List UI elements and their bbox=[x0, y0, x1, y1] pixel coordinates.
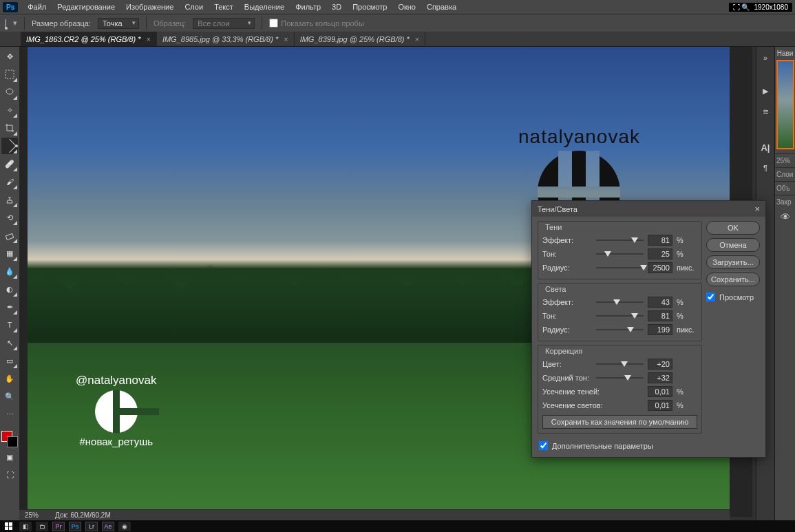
highlights-radius-slider[interactable] bbox=[596, 326, 644, 334]
load-button[interactable]: Загрузить... bbox=[706, 255, 760, 269]
start-button[interactable] bbox=[3, 522, 15, 531]
shadows-radius-slider[interactable] bbox=[596, 264, 644, 272]
navigator-zoom[interactable]: 25% bbox=[775, 153, 795, 167]
blur-tool[interactable]: 💧 bbox=[1, 263, 18, 279]
screen-mode-tool[interactable]: ⛶ bbox=[1, 467, 18, 483]
windows-taskbar: ◧ 🗀 Pr Ps Lr Ae ◉ bbox=[0, 520, 795, 532]
color-swatches[interactable] bbox=[1, 431, 18, 447]
shadows-effect-slider[interactable] bbox=[596, 236, 644, 244]
shadows-tone-value[interactable]: 25 bbox=[648, 248, 672, 259]
highlights-effect-value[interactable]: 43 bbox=[648, 297, 672, 308]
shadows-effect-value[interactable]: 81 bbox=[648, 235, 672, 246]
save-button[interactable]: Сохранить... bbox=[706, 273, 760, 286]
close-icon[interactable]: × bbox=[415, 35, 419, 43]
layers-header[interactable]: Слои bbox=[775, 167, 795, 181]
layer-visibility-icon[interactable]: 👁 bbox=[781, 209, 790, 225]
brush-tool[interactable]: 🖌 bbox=[1, 173, 18, 190]
healing-brush-tool[interactable]: 🩹 bbox=[1, 156, 18, 172]
save-defaults-button[interactable]: Сохранить как значения по умолчанию bbox=[542, 415, 697, 429]
menubar: Ps Файл Редактирование Изображение Слои … bbox=[0, 0, 795, 14]
more-tool[interactable]: ⋯ bbox=[1, 406, 18, 423]
cancel-button[interactable]: Отмена bbox=[706, 238, 760, 252]
menu-file[interactable]: Файл bbox=[22, 1, 52, 13]
app-logo: Ps bbox=[3, 2, 18, 12]
ok-button[interactable]: OK bbox=[706, 221, 760, 235]
explorer-icon[interactable]: 🗀 bbox=[36, 522, 48, 531]
actions-icon[interactable]: ≋ bbox=[759, 106, 772, 117]
menu-edit[interactable]: Редактирование bbox=[52, 1, 120, 13]
document-tabs: IMG_1863.CR2 @ 25% (RGB/8) *× IMG_8985.j… bbox=[0, 32, 795, 47]
premiere-icon[interactable]: Pr bbox=[52, 522, 65, 531]
close-icon[interactable]: × bbox=[754, 204, 760, 214]
highlights-effect-slider[interactable] bbox=[596, 298, 644, 306]
eyedropper-tool[interactable] bbox=[1, 138, 18, 154]
dialog-title: Тени/Света bbox=[538, 205, 577, 213]
midtone-value[interactable]: +32 bbox=[648, 372, 672, 383]
hand-tool[interactable]: ✋ bbox=[1, 370, 18, 387]
pen-tool[interactable]: ✒ bbox=[1, 299, 18, 315]
show-ring-checkbox[interactable]: Показать кольцо пробы bbox=[269, 19, 364, 28]
menu-layers[interactable]: Слои bbox=[179, 1, 209, 13]
fix-header[interactable]: Закр bbox=[775, 195, 795, 209]
chrome-icon[interactable]: ◉ bbox=[118, 522, 131, 531]
task-view-icon[interactable]: ◧ bbox=[19, 522, 32, 531]
close-icon[interactable]: × bbox=[284, 35, 288, 43]
menu-window[interactable]: Окно bbox=[392, 1, 421, 13]
correction-header: Коррекция bbox=[545, 347, 697, 355]
expand-icon[interactable]: » bbox=[759, 52, 772, 63]
tab-doc-2[interactable]: IMG_8985.jpg @ 33,3% (RGB/8) *× bbox=[157, 32, 295, 46]
watermark-bottom: @natalyanovak #новак_ретушь bbox=[76, 374, 156, 447]
magic-wand-tool[interactable]: ✧ bbox=[1, 102, 18, 118]
sample-source-combo[interactable]: Все слои bbox=[193, 18, 255, 29]
menu-select[interactable]: Выделение bbox=[239, 1, 290, 13]
highlights-tone-value[interactable]: 81 bbox=[648, 310, 672, 321]
shadows-tone-slider[interactable] bbox=[596, 250, 644, 258]
midtone-slider[interactable] bbox=[596, 374, 644, 382]
gradient-tool[interactable]: ▦ bbox=[1, 245, 18, 262]
clip-shadows-value[interactable]: 0,01 bbox=[648, 386, 672, 397]
extra-params-checkbox[interactable] bbox=[539, 441, 548, 450]
dodge-tool[interactable]: ◐ bbox=[1, 281, 18, 297]
menu-image[interactable]: Изображение bbox=[120, 1, 179, 13]
crop-tool[interactable] bbox=[1, 120, 18, 136]
navigator-thumbnail[interactable] bbox=[776, 60, 794, 149]
move-tool[interactable]: ✥ bbox=[1, 48, 18, 65]
menu-help[interactable]: Справка bbox=[421, 1, 462, 13]
tab-doc-3[interactable]: IMG_8399.jpg @ 25% (RGB/8) *× bbox=[295, 32, 426, 46]
lightroom-icon[interactable]: Lr bbox=[85, 522, 98, 531]
zoom-tool[interactable]: 🔍 bbox=[1, 388, 18, 405]
svg-rect-5 bbox=[9, 526, 12, 530]
zoom-value[interactable]: 25% bbox=[25, 511, 39, 519]
menu-text[interactable]: Текст bbox=[209, 1, 239, 13]
history-brush-tool[interactable]: ⟲ bbox=[1, 209, 18, 226]
lasso-tool[interactable] bbox=[1, 84, 18, 100]
sample-size-combo[interactable]: Точка bbox=[98, 18, 139, 29]
color-slider[interactable] bbox=[596, 360, 644, 368]
path-tool[interactable]: ↖ bbox=[1, 334, 18, 351]
shape-tool[interactable]: ▭ bbox=[1, 352, 18, 369]
history-icon[interactable]: ▶ bbox=[759, 85, 772, 96]
menu-3d[interactable]: 3D bbox=[326, 1, 347, 13]
shadows-radius-value[interactable]: 2500 bbox=[648, 262, 672, 273]
menu-filter[interactable]: Фильтр bbox=[290, 1, 326, 13]
clip-highlights-value[interactable]: 0,01 bbox=[648, 400, 672, 411]
eraser-tool[interactable] bbox=[1, 227, 18, 244]
clone-stamp-tool[interactable] bbox=[1, 191, 18, 208]
preview-checkbox[interactable] bbox=[706, 292, 715, 301]
obj-header[interactable]: Объ bbox=[775, 181, 795, 195]
type-tool[interactable]: T bbox=[1, 317, 18, 333]
photoshop-icon[interactable]: Ps bbox=[69, 522, 81, 531]
close-icon[interactable]: × bbox=[146, 35, 150, 43]
tool-eyedropper-icon[interactable] bbox=[6, 19, 6, 28]
highlights-radius-value[interactable]: 199 bbox=[648, 324, 672, 335]
highlights-tone-slider[interactable] bbox=[596, 312, 644, 320]
navigator-header[interactable]: Нави bbox=[777, 47, 794, 60]
tab-doc-1[interactable]: IMG_1863.CR2 @ 25% (RGB/8) *× bbox=[21, 32, 157, 46]
aftereffects-icon[interactable]: Ae bbox=[102, 522, 114, 531]
quick-mask-tool[interactable]: ▣ bbox=[1, 449, 18, 465]
paragraph-icon[interactable]: ¶ bbox=[759, 162, 772, 173]
color-value[interactable]: +20 bbox=[648, 359, 672, 370]
menu-view[interactable]: Просмотр bbox=[347, 1, 392, 13]
character-icon[interactable]: A| bbox=[759, 142, 772, 153]
marquee-tool[interactable] bbox=[1, 66, 18, 83]
